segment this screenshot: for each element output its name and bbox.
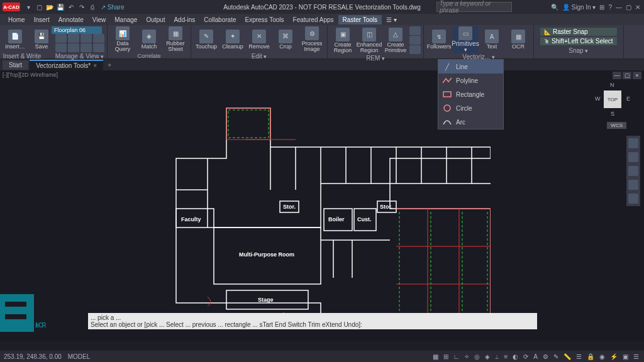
sb-customize[interactable]: ☰ <box>632 353 640 360</box>
viewcube[interactable]: N S E W TOP <box>595 82 630 117</box>
data-query-button[interactable]: 📊Data Query <box>110 26 135 52</box>
qat-save[interactable]: 💾 <box>56 3 65 11</box>
sb-hardware[interactable]: ⚡ <box>609 353 619 360</box>
insert-button[interactable]: 📄Insert… <box>3 26 28 52</box>
sb-lweight[interactable]: ≡ <box>502 353 509 360</box>
remove-button[interactable]: ✕Remove <box>247 26 272 52</box>
shift-click-select-button[interactable]: 🖱 Shift+Left Click Select <box>540 37 617 45</box>
panel-label-rem[interactable]: REM ▾ <box>330 54 421 62</box>
sb-isolate[interactable]: ◉ <box>598 353 606 360</box>
viewport-label[interactable]: [-][Top][2D Wireframe] <box>3 72 58 78</box>
sb-annoscale[interactable]: A <box>532 353 539 360</box>
tab-output[interactable]: Output <box>142 15 169 25</box>
search-keyword-input[interactable]: Type a keyword or phrase <box>436 2 512 12</box>
prim-rectangle[interactable]: Rectangle <box>438 87 503 101</box>
qat-open[interactable]: 📂 <box>45 3 54 11</box>
command-line[interactable]: ... pick a ... Select an object or [pick… <box>88 313 537 329</box>
create-region-button[interactable]: ▣Create Region <box>330 26 355 54</box>
prim-arc[interactable]: Arc <box>438 115 503 129</box>
nav-wheel[interactable] <box>628 138 638 148</box>
sb-workspace[interactable]: ⚙ <box>541 353 550 360</box>
rem-small-2[interactable] <box>409 36 421 45</box>
tab-featured[interactable]: Featured Apps <box>289 15 338 25</box>
enhanced-region-button[interactable]: ◫Enhanced Region <box>357 26 382 54</box>
panel-label-iw[interactable]: Insert & Write Manage & View ▾ <box>3 52 104 60</box>
nav-orbit[interactable] <box>628 180 638 190</box>
tab-close-icon[interactable]: × <box>93 62 97 69</box>
close-button[interactable]: ✕ <box>635 4 640 11</box>
iw-small-2[interactable] <box>55 43 67 52</box>
qat-print[interactable]: ⎙ <box>88 3 97 11</box>
tab-insert[interactable]: Insert <box>30 15 54 25</box>
compass-s[interactable]: S <box>611 111 614 117</box>
iw-small-7[interactable] <box>93 34 104 43</box>
tab-view[interactable]: View <box>88 15 111 25</box>
iw-small-8[interactable] <box>93 43 104 52</box>
sb-cycling[interactable]: ⟳ <box>522 353 530 360</box>
viewport[interactable]: [-][Top][2D Wireframe] — ▢ × N S E W TOP… <box>0 70 644 341</box>
viewcube-top[interactable]: TOP <box>604 90 621 108</box>
touchup-button[interactable]: ✎Touchup <box>194 26 219 52</box>
prim-line[interactable]: ╱Line <box>438 60 503 74</box>
compass-e[interactable]: E <box>626 96 630 102</box>
nav-zoom[interactable] <box>628 166 638 176</box>
max-button[interactable]: ▢ <box>626 4 631 11</box>
tab-express[interactable]: Express Tools <box>240 15 288 25</box>
iw-small-4[interactable] <box>68 43 79 52</box>
tab-collaborate[interactable]: Collaborate <box>199 15 240 25</box>
iw-small-6[interactable] <box>80 43 92 52</box>
doc-tab-start[interactable]: Start <box>3 60 28 70</box>
tab-add-button[interactable]: + <box>104 62 114 69</box>
wcs-indicator[interactable]: WCS <box>607 122 626 129</box>
vp-close[interactable]: × <box>633 72 641 79</box>
sb-ortho[interactable]: ∟ <box>452 353 461 360</box>
nav-pan[interactable] <box>628 152 638 162</box>
panel-label-edit[interactable]: Edit ▾ <box>194 52 325 60</box>
rubber-sheet-button[interactable]: ▦Rubber Sheet <box>163 26 188 52</box>
signin-button[interactable]: 👤 Sign In ▾ <box>562 4 596 11</box>
doc-tab-vectorization[interactable]: Vectorization Tools*× <box>30 60 103 70</box>
prim-circle[interactable]: Circle <box>438 101 503 115</box>
iw-small-1[interactable] <box>55 34 67 43</box>
sb-annomon[interactable]: ✎ <box>552 353 560 360</box>
tab-raster-tools[interactable]: Raster Tools <box>338 15 382 25</box>
vp-min[interactable]: — <box>613 72 621 79</box>
create-primitive-button[interactable]: △Create Primitive <box>383 26 408 54</box>
match-button[interactable]: ◈Match <box>136 26 162 52</box>
nav-showmotion[interactable] <box>628 194 638 204</box>
sb-cleanscreen[interactable]: ▣ <box>621 353 630 360</box>
min-button[interactable]: — <box>616 4 622 11</box>
tab-home[interactable]: Home <box>4 15 30 25</box>
text-button[interactable]: AText <box>479 26 504 53</box>
raster-snap-button[interactable]: 📐 Raster Snap <box>540 28 617 36</box>
iw-small-5[interactable] <box>80 34 92 43</box>
sb-quickprops[interactable]: ☰ <box>575 353 583 360</box>
panel-label-snap[interactable]: Snap ▾ <box>536 47 621 54</box>
rem-small-1[interactable] <box>409 26 421 35</box>
sb-otrack[interactable]: ⟂ <box>494 353 500 360</box>
status-model[interactable]: MODEL <box>68 353 91 360</box>
tab-manage[interactable]: Manage <box>110 15 142 25</box>
followers-button[interactable]: ↯Followers <box>426 26 452 53</box>
primitives-button[interactable]: ▭Primitives ▾ <box>453 26 478 53</box>
tab-addins[interactable]: Add-ins <box>169 15 199 25</box>
sb-units[interactable]: 📏 <box>562 353 572 360</box>
compass-n[interactable]: N <box>610 82 614 88</box>
sb-polar[interactable]: ✧ <box>463 353 470 360</box>
save-button[interactable]: 💾Save <box>29 26 54 52</box>
iw-small-3[interactable] <box>68 34 79 43</box>
exchange-icon[interactable]: ⊞ <box>599 4 604 11</box>
rem-small-3[interactable] <box>409 45 421 54</box>
vp-max[interactable]: ▢ <box>623 72 631 79</box>
search-icon[interactable]: 🔍 <box>551 4 558 11</box>
help-icon[interactable]: ? <box>608 4 612 11</box>
share-button[interactable]: ↗ Share <box>101 4 124 11</box>
panel-label-correlate[interactable]: Correlate <box>110 52 188 59</box>
qat-redo[interactable]: ↷ <box>77 3 86 11</box>
process-image-button[interactable]: ⚙Process Image <box>299 26 325 52</box>
qat-menu[interactable]: ▾ <box>24 3 33 11</box>
prim-polyline[interactable]: Polyline <box>438 74 503 87</box>
status-coords[interactable]: 253.19, 248.36, 0.00 <box>4 353 62 360</box>
sb-3dosnap[interactable]: ◈ <box>484 353 491 360</box>
qat-undo[interactable]: ↶ <box>67 3 75 11</box>
